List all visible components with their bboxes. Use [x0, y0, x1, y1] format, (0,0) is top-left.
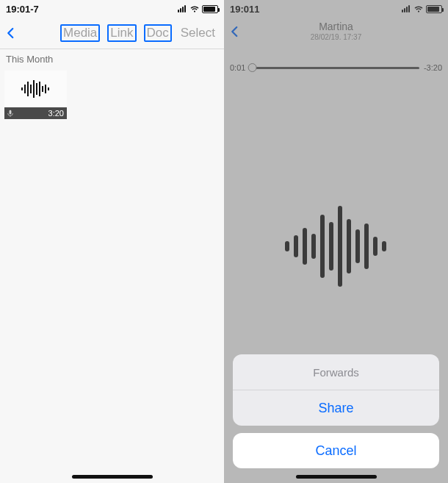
cellular-icon: [178, 5, 186, 12]
cancel-button[interactable]: Cancel: [233, 433, 439, 468]
wifi-icon: [189, 4, 200, 14]
voice-thumb-footer: 3:20: [4, 107, 67, 119]
media-tabs: Media Link Doc Select: [22, 24, 220, 42]
voice-player-screen: 19:011 Martina 28/02/19. 17:37 0:01 -3:2…: [224, 0, 448, 483]
waveform-icon: [20, 80, 52, 98]
svg-rect-5: [36, 83, 37, 95]
battery-icon: [202, 5, 218, 13]
svg-rect-2: [27, 82, 29, 96]
select-button[interactable]: Select: [179, 24, 217, 42]
status-time: 19:01-7: [6, 4, 39, 15]
nav-bar: Media Link Doc Select: [0, 18, 224, 49]
svg-rect-8: [45, 85, 46, 93]
share-button[interactable]: Share: [233, 390, 439, 426]
voice-message-thumbnail[interactable]: 3:20: [4, 71, 67, 119]
home-indicator[interactable]: [72, 475, 153, 479]
home-indicator[interactable]: [296, 475, 377, 479]
voice-thumb-body: [4, 71, 67, 107]
voice-duration: 3:20: [48, 109, 64, 118]
svg-rect-6: [39, 82, 40, 96]
media-gallery-screen: 19:01-7 Media Link Doc Select This Month: [0, 0, 224, 483]
mic-icon: [7, 110, 13, 117]
tab-doc[interactable]: Doc: [144, 24, 172, 42]
forward-button[interactable]: Forwards: [233, 354, 439, 390]
status-icons: [178, 4, 218, 14]
section-header: This Month: [0, 49, 224, 68]
action-sheet: Forwards Share Cancel: [233, 354, 439, 468]
svg-rect-7: [42, 86, 43, 92]
svg-rect-1: [24, 85, 26, 93]
action-sheet-group: Forwards Share: [233, 354, 439, 426]
svg-rect-9: [48, 87, 49, 90]
svg-rect-0: [21, 87, 23, 90]
tab-link[interactable]: Link: [107, 24, 136, 42]
svg-rect-4: [33, 80, 35, 98]
tab-media[interactable]: Media: [60, 24, 100, 42]
svg-rect-3: [30, 85, 32, 93]
back-icon[interactable]: [4, 26, 18, 40]
status-bar: 19:01-7: [0, 0, 224, 18]
